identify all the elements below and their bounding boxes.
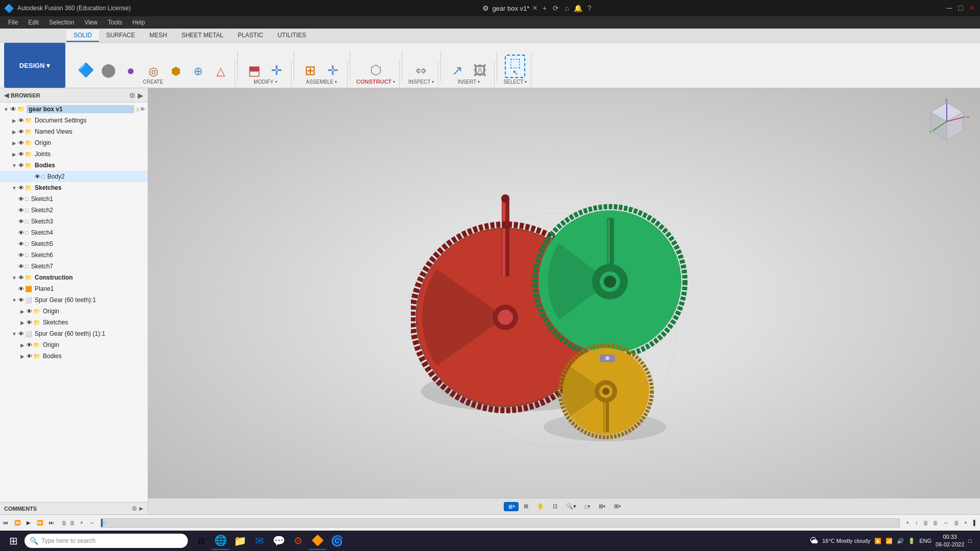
tree-sg2o-eye-icon[interactable]: 👁: [27, 342, 32, 348]
anim-prev-button[interactable]: ⏪: [12, 519, 22, 527]
tree-bod-eye-icon[interactable]: 👁: [18, 162, 24, 168]
anim-ctrl4-icon[interactable]: |||: [952, 519, 960, 527]
tree-root-eye-icon[interactable]: 👁: [10, 106, 16, 113]
create-cylinder-button[interactable]: ⬤: [98, 62, 118, 78]
taskbar-app-chrome[interactable]: 🌀: [328, 532, 346, 550]
create-extrude-button[interactable]: ⬢: [165, 65, 186, 78]
scene-button[interactable]: ⊞ ▾: [610, 502, 624, 511]
window-close-button[interactable]: ×: [968, 4, 976, 12]
taskbar-network-icon[interactable]: 📶: [886, 538, 893, 544]
tree-sk-eye-icon[interactable]: 👁: [18, 185, 24, 191]
taskbar-search[interactable]: 🔍 Type here to search: [24, 534, 188, 548]
anim-ctrl3-icon[interactable]: ↔: [941, 519, 950, 527]
tree-con-arrow[interactable]: ▼: [10, 275, 18, 281]
tree-sg1s-eye-icon[interactable]: 👁: [27, 319, 32, 325]
visual-style-button[interactable]: □ ▾: [581, 502, 594, 511]
tree-jt-arrow[interactable]: ▶: [10, 152, 18, 157]
tree-item-spur-gear-1[interactable]: ▼ 👁 ⬜ Spur Gear (60 teeth):1: [0, 294, 148, 306]
anim-end-icon[interactable]: ▌: [971, 519, 979, 527]
timeline-expand-icon[interactable]: +: [78, 519, 85, 527]
inspect-measure-button[interactable]: ⇔: [411, 63, 431, 78]
tree-sg2b-eye-icon[interactable]: 👁: [27, 353, 32, 359]
anim-first-button[interactable]: ⏮: [1, 519, 10, 527]
tree-ori-eye-icon[interactable]: 👁: [18, 140, 24, 146]
taskbar-app-explorer[interactable]: 📁: [231, 532, 249, 550]
tree-item-origin[interactable]: ▶ 👁 📁 Origin: [0, 137, 148, 148]
tree-sk5-eye-icon[interactable]: 👁: [18, 241, 24, 247]
tree-item-sketch5[interactable]: 👁 □ Sketch5: [0, 238, 148, 249]
tree-sg1-eye-icon[interactable]: 👁: [18, 297, 24, 303]
tree-sk-arrow[interactable]: ▼: [10, 185, 18, 191]
tree-nv-eye-icon[interactable]: 👁: [18, 129, 24, 135]
tree-sk7-eye-icon[interactable]: 👁: [18, 263, 24, 269]
timeline-marker2-icon[interactable]: |||: [68, 519, 76, 527]
tree-sg1o-eye-icon[interactable]: 👁: [27, 308, 32, 314]
inspect-dropdown-icon[interactable]: ▾: [432, 80, 434, 84]
notifications-icon[interactable]: 🔔: [574, 4, 582, 12]
tab-plastic[interactable]: PLASTIC: [231, 30, 271, 42]
tree-ds-eye-icon[interactable]: 👁: [18, 117, 24, 123]
insert-dropdown-icon[interactable]: ▾: [478, 80, 480, 84]
menu-help[interactable]: Help: [128, 18, 149, 27]
modify-move-button[interactable]: ✛: [266, 63, 287, 78]
tree-item-document-settings[interactable]: ▶ 👁 📁 Document Settings: [0, 115, 148, 126]
tree-item-sketches[interactable]: ▼ 👁 📁 Sketches: [0, 182, 148, 193]
tree-item-sketch4[interactable]: 👁 □ Sketch4: [0, 227, 148, 238]
menu-edit[interactable]: Edit: [24, 18, 43, 27]
create-sphere-button[interactable]: ●: [120, 63, 141, 78]
assemble-joint-button[interactable]: ⊞: [300, 63, 321, 78]
taskbar-app-office[interactable]: ⚙: [289, 532, 307, 550]
tree-item-sg1-sketches[interactable]: ▶ 👁 📁 Sketches: [0, 317, 148, 328]
insert-decal-button[interactable]: ↗: [447, 63, 468, 78]
anim-play-button[interactable]: ▶: [24, 519, 33, 527]
anim-last-button[interactable]: ⏭: [47, 519, 56, 527]
view-cube[interactable]: X Z Y: [921, 96, 972, 147]
tree-root[interactable]: ▼ 👁 📁 gear box v1 ⚠ 👁: [0, 104, 148, 115]
pan-button[interactable]: ✋: [533, 502, 548, 511]
tree-item-bodies[interactable]: ▼ 👁 📁 Bodies: [0, 160, 148, 171]
timeline-marker1-icon[interactable]: |||: [60, 519, 68, 527]
timeline-stretch-icon[interactable]: ↔: [87, 519, 96, 527]
tree-sk4-eye-icon[interactable]: 👁: [18, 230, 24, 236]
browser-collapse-icon[interactable]: ◀: [4, 92, 9, 99]
assemble-move-button[interactable]: ✛: [323, 63, 343, 78]
tree-sk6-eye-icon[interactable]: 👁: [18, 252, 24, 258]
modify-fillet-button[interactable]: ⬒: [244, 63, 264, 78]
tab-close-icon[interactable]: ×: [532, 4, 537, 13]
tree-item-sketch3[interactable]: 👁 □ Sketch3: [0, 216, 148, 227]
tree-ds-arrow[interactable]: ▶: [10, 118, 18, 123]
new-tab-icon[interactable]: +: [541, 4, 549, 12]
tree-sk1-eye-icon[interactable]: 👁: [18, 196, 24, 202]
taskbar-sound-icon[interactable]: 🔊: [897, 538, 904, 544]
zoom-fit-button[interactable]: ⊡: [549, 502, 561, 511]
tab-utilities[interactable]: UTILITIES: [271, 30, 313, 42]
tree-root-arrow[interactable]: ▼: [2, 107, 10, 112]
timeline-marker-add-icon[interactable]: +: [904, 519, 911, 527]
tree-item-body2[interactable]: 👁 □ Body2: [0, 171, 148, 182]
tree-item-sg2-origin[interactable]: ▶ 👁 📁 Origin: [0, 339, 148, 350]
browser-settings-icon[interactable]: ⚙: [129, 91, 136, 99]
tree-item-construction[interactable]: ▼ 👁 📁 Construction: [0, 272, 148, 283]
tree-sk3-eye-icon[interactable]: 👁: [18, 218, 24, 224]
tab-surface[interactable]: SURFACE: [99, 30, 142, 42]
tree-sk2-eye-icon[interactable]: 👁: [18, 207, 24, 213]
tree-ori-arrow[interactable]: ▶: [10, 140, 18, 146]
tree-root-eye2-icon[interactable]: 👁: [140, 106, 145, 112]
create-torus-button[interactable]: ◎: [143, 65, 163, 78]
start-button[interactable]: ⊞: [4, 532, 22, 550]
tree-sg1s-arrow[interactable]: ▶: [18, 320, 27, 325]
taskbar-app-taskview[interactable]: ⊟: [192, 532, 210, 550]
create-sketch-button[interactable]: △: [210, 65, 231, 78]
anim-next-button[interactable]: ⏩: [35, 519, 45, 527]
tree-item-sketch1[interactable]: 👁 □ Sketch1: [0, 193, 148, 205]
menu-view[interactable]: View: [80, 18, 102, 27]
menu-file[interactable]: File: [4, 18, 22, 27]
taskbar-app-mail[interactable]: ✉: [250, 532, 268, 550]
layout-button[interactable]: ⊞: [520, 502, 532, 511]
reload-icon[interactable]: ⟳: [552, 4, 560, 12]
tree-sg1-arrow[interactable]: ▼: [10, 297, 18, 303]
tree-b2-eye-icon[interactable]: 👁: [35, 173, 40, 180]
display-settings-button[interactable]: 🖥 ▾: [504, 502, 519, 511]
tree-item-sketch2[interactable]: 👁 □ Sketch2: [0, 205, 148, 216]
create-box-button[interactable]: 🔷: [76, 62, 96, 78]
